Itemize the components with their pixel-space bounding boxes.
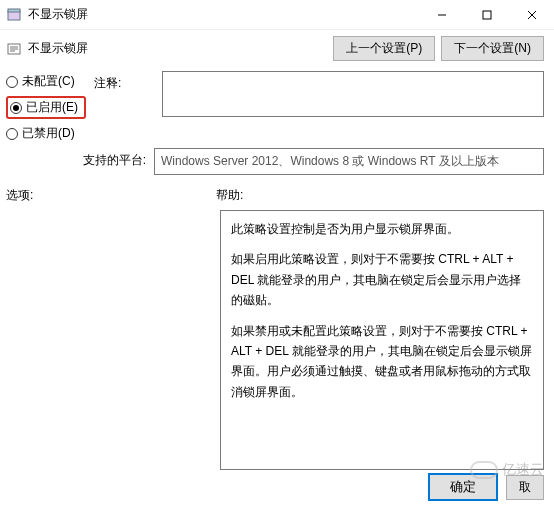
- state-radio-group: 未配置(C) 已启用(E) 已禁用(D): [6, 71, 86, 142]
- highlight-box: 已启用(E): [6, 96, 86, 119]
- header-row: 不显示锁屏 上一个设置(P) 下一个设置(N): [0, 30, 554, 71]
- radio-label: 未配置(C): [22, 73, 75, 90]
- app-icon: [6, 7, 22, 23]
- comment-label: 注释:: [94, 71, 154, 92]
- radio-label: 已启用(E): [26, 99, 78, 116]
- titlebar: 不显示锁屏: [0, 0, 554, 30]
- policy-title: 不显示锁屏: [28, 40, 88, 57]
- svg-rect-3: [483, 11, 491, 19]
- policy-icon: [6, 41, 22, 57]
- platform-label: 支持的平台:: [6, 148, 146, 169]
- minimize-button[interactable]: [419, 0, 464, 30]
- radio-not-configured[interactable]: 未配置(C): [6, 73, 86, 90]
- svg-rect-1: [8, 9, 20, 12]
- next-setting-button[interactable]: 下一个设置(N): [441, 36, 544, 61]
- maximize-button[interactable]: [464, 0, 509, 30]
- radio-icon: [6, 76, 18, 88]
- window-controls: [419, 0, 554, 30]
- options-label: 选项:: [6, 187, 216, 204]
- help-paragraph: 如果启用此策略设置，则对于不需要按 CTRL + ALT + DEL 就能登录的…: [231, 249, 533, 310]
- help-text-box[interactable]: 此策略设置控制是否为用户显示锁屏界面。 如果启用此策略设置，则对于不需要按 CT…: [220, 210, 544, 470]
- radio-enabled[interactable]: 已启用(E): [10, 99, 82, 116]
- radio-icon: [10, 102, 22, 114]
- comment-field[interactable]: [162, 71, 544, 117]
- window-title: 不显示锁屏: [28, 6, 88, 23]
- radio-icon: [6, 128, 18, 140]
- help-paragraph: 如果禁用或未配置此策略设置，则对于不需要按 CTRL + ALT + DEL 就…: [231, 321, 533, 403]
- radio-disabled[interactable]: 已禁用(D): [6, 125, 86, 142]
- close-button[interactable]: [509, 0, 554, 30]
- help-label: 帮助:: [216, 187, 544, 204]
- radio-label: 已禁用(D): [22, 125, 75, 142]
- dialog-footer: 确定 取: [428, 473, 544, 501]
- ok-button[interactable]: 确定: [428, 473, 498, 501]
- platform-field: Windows Server 2012、Windows 8 或 Windows …: [154, 148, 544, 175]
- help-paragraph: 此策略设置控制是否为用户显示锁屏界面。: [231, 219, 533, 239]
- cancel-button[interactable]: 取: [506, 475, 544, 500]
- prev-setting-button[interactable]: 上一个设置(P): [333, 36, 435, 61]
